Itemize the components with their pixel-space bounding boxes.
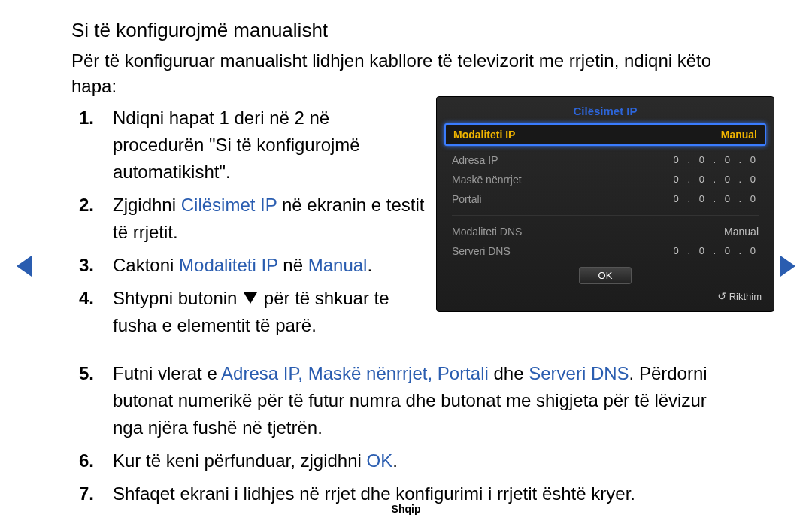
row-value: 0 . 0 . 0 . 0 (674, 193, 759, 205)
step-4: 4. Shtypni butonin për të shkuar te fush… (71, 285, 425, 339)
ok-button[interactable]: OK (579, 267, 632, 284)
step-text: Shfaqet ekrani i lidhjes në rrjet dhe ko… (113, 483, 635, 504)
subnet-mask-row[interactable]: Maskë nënrrjet 0 . 0 . 0 . 0 (452, 170, 759, 189)
step-2: 2. Zjgidhni Cilësimet IP në ekranin e te… (71, 192, 425, 246)
step-num: 2. (79, 192, 94, 219)
row-value: 0 . 0 . 0 . 0 (674, 154, 759, 166)
panel-title: Cilësimet IP (437, 97, 774, 123)
return-label: Rikthim (729, 291, 762, 302)
step-num: 5. (79, 360, 94, 387)
dns-server-row[interactable]: Serveri DNS 0 . 0 . 0 . 0 (452, 241, 759, 261)
next-page-arrow[interactable] (780, 256, 795, 277)
ip-mode-label: Modaliteti IP (453, 129, 515, 141)
step-6: 6. Kur të keni përfunduar, zjgidhni OK. (71, 447, 741, 474)
return-button[interactable]: ↻Rikthim (437, 289, 774, 304)
step-num: 4. (79, 285, 94, 312)
page-title: Si të konfigurojmë manualisht (71, 19, 741, 42)
ip-mode-value: Manual (721, 129, 757, 141)
step-num: 6. (79, 447, 94, 474)
down-arrow-icon (244, 292, 257, 304)
row-label: Modaliteti DNS (452, 226, 522, 238)
row-value: Manual (724, 226, 759, 238)
return-icon: ↻ (717, 290, 726, 302)
row-label: Adresa IP (452, 154, 498, 166)
step-3: 3. Caktoni Modaliteti IP në Manual. (71, 252, 425, 279)
step-text: Ndiqni hapat 1 deri në 2 në procedurën "… (113, 108, 360, 182)
ip-settings-panel: Cilësimet IP Modaliteti IP Manual Adresa… (436, 96, 774, 312)
intro-text: Për të konfiguruar manualisht lidhjen ka… (71, 48, 741, 98)
ip-address-row[interactable]: Adresa IP 0 . 0 . 0 . 0 (452, 150, 759, 170)
dns-mode-row[interactable]: Modaliteti DNS Manual (452, 222, 759, 241)
separator (452, 215, 759, 216)
row-value: 0 . 0 . 0 . 0 (674, 174, 759, 186)
gateway-row[interactable]: Portali 0 . 0 . 0 . 0 (452, 189, 759, 209)
prev-page-arrow[interactable] (17, 256, 32, 277)
page-footer: Shqip (0, 503, 812, 515)
row-label: Portali (452, 193, 482, 205)
step-num: 1. (79, 104, 94, 132)
step-1: 1. Ndiqni hapat 1 deri në 2 në procedurë… (71, 104, 425, 186)
step-5: 5. Futni vlerat e Adresa IP, Maskë nënrr… (71, 360, 741, 441)
ip-mode-row[interactable]: Modaliteti IP Manual (444, 123, 766, 146)
row-value: 0 . 0 . 0 . 0 (674, 245, 759, 257)
step-num: 3. (79, 252, 94, 279)
row-label: Maskë nënrrjet (452, 174, 522, 186)
row-label: Serveri DNS (452, 245, 511, 257)
